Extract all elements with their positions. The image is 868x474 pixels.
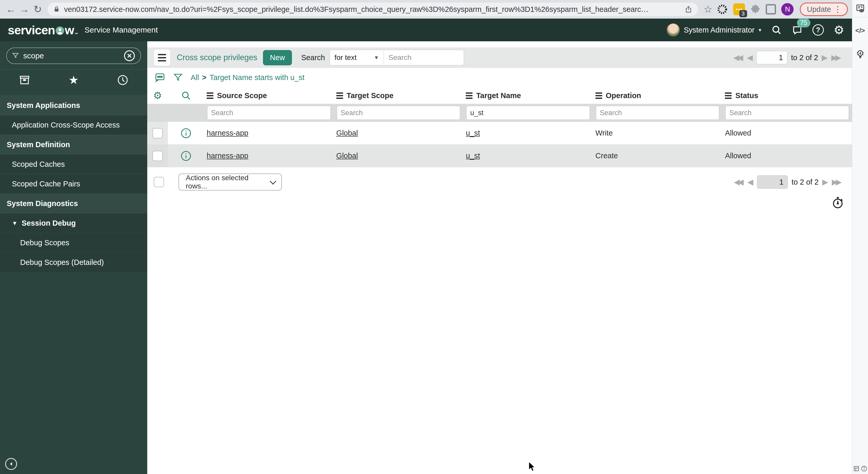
target-name-link[interactable]: u_st [466, 129, 480, 137]
list-chat-icon[interactable] [154, 72, 165, 83]
column-menu-icon[interactable] [466, 93, 472, 99]
sidebar-section-system-definition[interactable]: System Definition [0, 135, 147, 155]
sidebar-section-system-diagnostics[interactable]: System Diagnostics [0, 194, 147, 213]
row-checkbox[interactable] [152, 151, 163, 161]
source-scope-link[interactable]: harness-app [207, 129, 248, 137]
filter-operation-input[interactable] [596, 106, 719, 120]
previous-page-button[interactable]: ◀ [747, 178, 753, 186]
navigator-results: System Applications Application Cross-Sc… [0, 96, 147, 272]
update-label: Update [807, 5, 831, 14]
breadcrumb-all-link[interactable]: All [191, 73, 199, 82]
last-page-button[interactable]: ▶▶ [832, 178, 842, 186]
tab-favorites[interactable]: ★ [49, 74, 98, 86]
target-scope-link[interactable]: Global [336, 151, 358, 160]
reading-mode-icon[interactable] [852, 4, 868, 14]
help-icon[interactable]: ? [812, 24, 824, 36]
list-personalize-gear-icon[interactable]: ⚙ [147, 91, 168, 100]
target-scope-link[interactable]: Global [336, 129, 358, 137]
tab-all-applications[interactable] [0, 74, 49, 86]
column-header-target-scope[interactable]: Target Scope [334, 91, 463, 100]
sidebar-item-scoped-cache-pairs[interactable]: Scoped Cache Pairs [0, 174, 147, 194]
browser-update-button[interactable]: Update ⋮ [800, 3, 848, 16]
search-type-select[interactable]: for text ▼ [330, 50, 384, 65]
list-title[interactable]: Cross scope privileges [177, 53, 257, 62]
side-panel-icon[interactable] [766, 4, 776, 14]
column-menu-icon[interactable] [725, 93, 732, 99]
navigator-filter[interactable] [6, 47, 141, 64]
first-page-button[interactable]: ◀◀ [734, 54, 743, 62]
sidebar-section-system-applications[interactable]: System Applications [0, 96, 147, 115]
sidebar-item-debug-scopes-detailed[interactable]: Debug Scopes (Detailed) [0, 252, 147, 272]
target-name-link[interactable]: u_st [466, 151, 480, 160]
sidebar-item-application-cross-scope-access[interactable]: Application Cross-Scope Access [0, 115, 147, 135]
sidebar-item-label: Scoped Caches [12, 160, 65, 169]
filter-target-scope-input[interactable] [337, 106, 460, 120]
page-number-input[interactable] [756, 51, 787, 64]
page-number-input[interactable] [757, 175, 788, 189]
global-search-icon[interactable] [771, 25, 782, 35]
list-context-menu-button[interactable] [153, 49, 170, 66]
chevron-down-icon: ▾ [759, 27, 761, 33]
column-header-status[interactable]: Status [722, 91, 852, 100]
column-label: Target Name [476, 91, 521, 100]
status-value: Allowed [722, 129, 852, 137]
breadcrumb-filter-link[interactable]: Target Name starts with u_st [210, 73, 304, 82]
last-page-button[interactable]: ▶▶ [831, 54, 841, 62]
column-header-source-scope[interactable]: Source Scope [204, 91, 334, 100]
browser-forward-button[interactable]: → [18, 3, 31, 16]
code-panel-icon[interactable]: </> [852, 27, 868, 35]
share-icon[interactable] [685, 5, 692, 13]
filter-source-scope-input[interactable] [207, 106, 331, 120]
column-menu-icon[interactable] [595, 93, 602, 99]
first-page-button[interactable]: ◀◀ [734, 178, 744, 186]
select-caret-icon: ▼ [374, 55, 379, 61]
browser-menu-icon[interactable]: ⋮ [831, 4, 844, 14]
source-scope-link[interactable]: harness-app [207, 151, 248, 160]
previous-page-button[interactable]: ◀ [747, 54, 753, 62]
page-info-icon[interactable] [861, 465, 867, 472]
rail-bottom-icons [852, 465, 868, 472]
sidebar-item-debug-scopes[interactable]: Debug Scopes [0, 233, 147, 252]
row-checkbox[interactable] [152, 128, 163, 138]
url-text[interactable]: ven03172.service-now.com/nav_to.do?uri=%… [64, 5, 680, 14]
scroll-corner-icon[interactable] [853, 465, 860, 472]
password-extension-icon[interactable]: ••• 3 [733, 3, 745, 15]
column-header-target-name[interactable]: Target Name [463, 91, 593, 100]
sidebar-subsection-session-debug[interactable]: ▼ Session Debug [0, 213, 147, 233]
collapse-sidebar-button[interactable] [5, 458, 17, 470]
column-menu-icon[interactable] [207, 93, 213, 99]
next-page-button[interactable]: ▶ [822, 178, 828, 186]
browser-profile-avatar[interactable]: N [781, 3, 794, 15]
sidebar-item-scoped-caches[interactable]: Scoped Caches [0, 155, 147, 174]
record-info-icon[interactable] [168, 128, 204, 139]
response-time-icon[interactable] [831, 196, 844, 209]
navigator-filter-input[interactable] [23, 52, 119, 60]
breadcrumb-funnel-icon[interactable] [173, 72, 183, 82]
lightbulb-hint-icon[interactable] [852, 49, 868, 60]
bookmark-star-icon[interactable]: ☆ [701, 3, 715, 16]
filter-status-input[interactable] [725, 106, 849, 120]
browser-back-button[interactable]: ← [4, 3, 18, 16]
column-menu-icon[interactable] [336, 93, 343, 99]
spinner-extension-icon[interactable] [717, 4, 728, 15]
next-page-button[interactable]: ▶ [822, 54, 828, 62]
actions-on-selected-rows-select[interactable]: Actions on selected rows... [179, 173, 282, 191]
settings-gear-icon[interactable]: ⚙ [834, 24, 844, 36]
select-all-checkbox[interactable] [154, 177, 164, 187]
list-search-toggle-icon[interactable] [168, 90, 204, 101]
new-record-button[interactable]: New [263, 50, 292, 65]
browser-reload-button[interactable]: ↻ [31, 3, 44, 16]
filter-target-name-input[interactable] [466, 106, 590, 120]
column-header-operation[interactable]: Operation [593, 91, 722, 100]
puzzle-extensions-icon[interactable] [750, 4, 761, 14]
tab-history[interactable] [98, 74, 147, 86]
chat-icon[interactable]: 75 [792, 25, 803, 35]
column-label: Operation [606, 91, 641, 100]
row-range-label: to 2 of 2 [792, 178, 819, 187]
user-menu[interactable]: System Administrator ▾ [667, 24, 761, 36]
address-bar[interactable]: ven03172.service-now.com/nav_to.do?uri=%… [48, 3, 698, 16]
app-header: servicen w ™ Service Management System A… [0, 19, 852, 41]
list-search-input[interactable] [384, 50, 464, 65]
clear-filter-icon[interactable] [123, 50, 135, 62]
record-info-icon[interactable] [168, 150, 204, 161]
